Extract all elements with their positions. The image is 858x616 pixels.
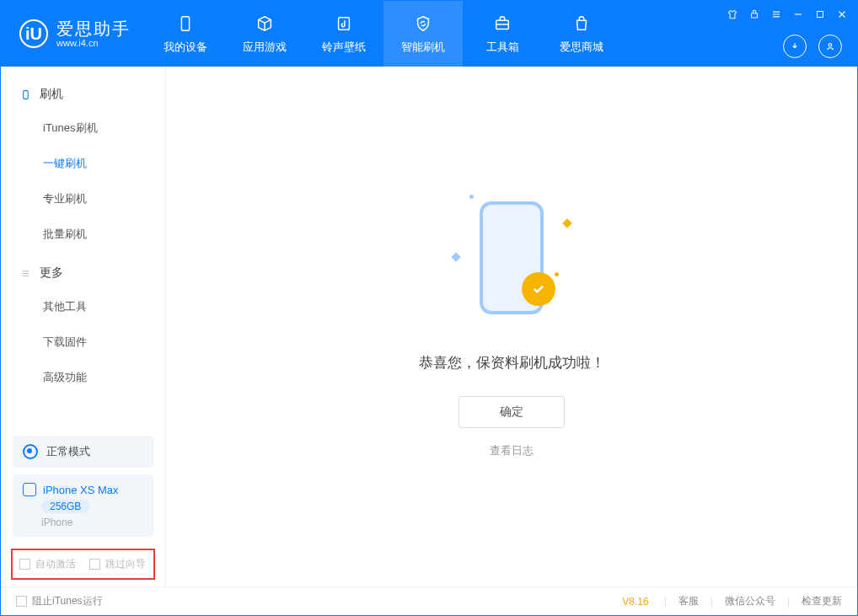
- phone-small-icon: [19, 88, 31, 100]
- svg-rect-4: [818, 12, 823, 18]
- checkbox-icon: [16, 596, 27, 607]
- flash-options-highlight: 自动激活 跳过向导: [11, 549, 155, 580]
- checkbox-icon: [89, 559, 100, 570]
- account-button[interactable]: [818, 35, 842, 58]
- close-icon[interactable]: [835, 8, 849, 21]
- device-mode-chip[interactable]: 正常模式: [13, 436, 153, 468]
- tab-label: 我的设备: [164, 40, 207, 55]
- sparkle-icon: [562, 218, 571, 228]
- checkbox-auto-activate[interactable]: 自动激活: [19, 557, 76, 571]
- menu-icon[interactable]: [770, 8, 783, 21]
- view-log-link[interactable]: 查看日志: [490, 443, 534, 458]
- tab-ringtones[interactable]: 铃声壁纸: [304, 1, 383, 67]
- maximize-icon[interactable]: [813, 8, 827, 21]
- checkbox-skip-guide[interactable]: 跳过向导: [89, 557, 146, 571]
- header-actions: [783, 35, 842, 58]
- checkbox-icon: [19, 559, 30, 570]
- device-capacity: 256GB: [41, 500, 89, 513]
- tab-label: 铃声壁纸: [322, 40, 366, 55]
- app-header: iU 爱思助手 www.i4.cn 我的设备 应用游戏 铃声壁纸 智能刷机 工具…: [1, 1, 857, 67]
- shield-sync-icon: [412, 13, 434, 35]
- tab-store[interactable]: 爱思商城: [542, 1, 621, 67]
- sidebar-item-advanced[interactable]: 高级功能: [1, 360, 165, 395]
- main-content: 恭喜您，保资料刷机成功啦！ 确定 查看日志: [166, 67, 857, 587]
- dot-icon: [469, 195, 474, 199]
- sidebar-item-other-tools[interactable]: 其他工具: [1, 289, 165, 324]
- app-subtitle: www.i4.cn: [56, 38, 131, 48]
- device-icon: [23, 483, 36, 496]
- cube-icon: [254, 13, 276, 35]
- sidebar-item-oneclick-flash[interactable]: 一键刷机: [1, 146, 165, 181]
- dot-icon: [555, 272, 559, 276]
- sidebar-item-batch-flash[interactable]: 批量刷机: [1, 217, 165, 252]
- svg-rect-3: [752, 13, 758, 18]
- sidebar-item-download-firmware[interactable]: 下载固件: [1, 324, 165, 360]
- window-controls: [726, 8, 849, 21]
- svg-rect-1: [339, 18, 350, 30]
- tab-apps[interactable]: 应用游戏: [225, 1, 304, 67]
- sidebar-item-pro-flash[interactable]: 专业刷机: [1, 181, 165, 217]
- list-icon: [19, 267, 31, 279]
- sidebar-item-itunes-flash[interactable]: iTunes刷机: [1, 110, 165, 146]
- bag-icon: [571, 13, 593, 35]
- device-type: iPhone: [41, 517, 72, 528]
- shirt-icon[interactable]: [726, 8, 739, 21]
- check-badge-icon: [522, 272, 555, 306]
- section-title: 更多: [40, 265, 63, 281]
- checkbox-label: 自动激活: [35, 557, 76, 571]
- phone-icon: [174, 13, 196, 35]
- lock-icon[interactable]: [748, 8, 761, 21]
- tab-label: 工具箱: [486, 40, 519, 55]
- wechat-link[interactable]: 微信公众号: [725, 594, 775, 608]
- svg-rect-0: [181, 17, 189, 31]
- tab-label: 爱思商城: [560, 40, 603, 55]
- logo: iU 爱思助手 www.i4.cn: [1, 19, 146, 48]
- section-title: 刷机: [40, 87, 63, 102]
- sidebar-section-flash: 刷机: [1, 78, 165, 110]
- success-illustration: [444, 195, 579, 329]
- support-link[interactable]: 客服: [678, 594, 699, 608]
- success-message: 恭喜您，保资料刷机成功啦！: [419, 353, 605, 372]
- version-label: V8.16: [622, 596, 648, 608]
- tab-label: 智能刷机: [401, 40, 445, 55]
- checkbox-label: 跳过向导: [105, 557, 146, 571]
- checkbox-label: 阻止iTunes运行: [32, 594, 103, 608]
- device-chip[interactable]: iPhone XS Max 256GB iPhone: [13, 474, 153, 537]
- tab-flash[interactable]: 智能刷机: [383, 1, 463, 67]
- tab-toolbox[interactable]: 工具箱: [463, 1, 542, 67]
- mode-icon: [23, 444, 38, 459]
- main-tabs: 我的设备 应用游戏 铃声壁纸 智能刷机 工具箱 爱思商城: [146, 1, 621, 67]
- tab-my-device[interactable]: 我的设备: [146, 1, 225, 67]
- ok-button[interactable]: 确定: [458, 396, 565, 428]
- device-mode-label: 正常模式: [46, 444, 90, 459]
- svg-point-5: [829, 44, 832, 47]
- logo-icon: iU: [19, 19, 48, 48]
- toolbox-icon: [491, 13, 513, 35]
- svg-rect-6: [23, 90, 27, 99]
- sidebar-section-more: 更多: [1, 257, 165, 289]
- sidebar: 刷机 iTunes刷机 一键刷机 专业刷机 批量刷机 更多 其他工具 下载固件 …: [1, 67, 166, 587]
- tab-label: 应用游戏: [243, 40, 287, 55]
- music-icon: [333, 13, 355, 35]
- status-bar: 阻止iTunes运行 V8.16 | 客服 | 微信公众号 | 检查更新: [1, 587, 857, 615]
- checkbox-block-itunes[interactable]: 阻止iTunes运行: [16, 594, 103, 608]
- app-title: 爱思助手: [56, 19, 131, 38]
- sparkle-icon: [451, 252, 460, 261]
- check-update-link[interactable]: 检查更新: [802, 594, 842, 608]
- download-button[interactable]: [783, 35, 807, 58]
- device-name: iPhone XS Max: [43, 484, 119, 496]
- minimize-icon[interactable]: [791, 8, 805, 21]
